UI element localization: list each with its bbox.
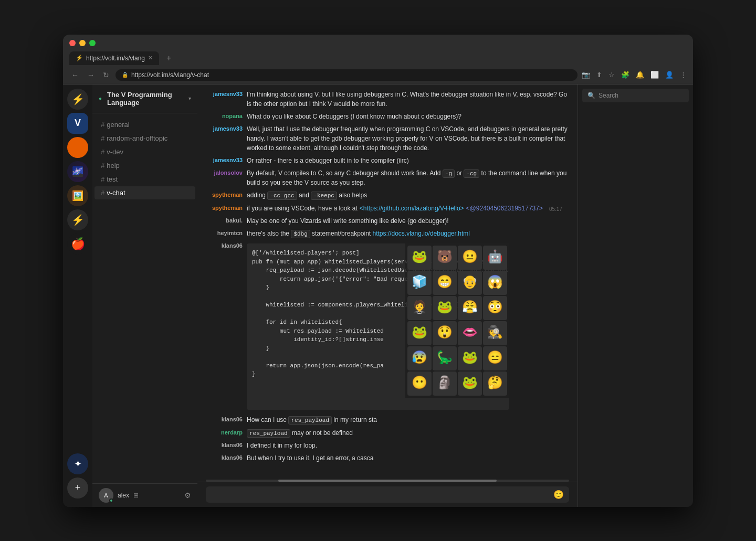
camera-off-icon: 📷 [582, 71, 590, 79]
tab-favicon: ⚡ [76, 55, 83, 61]
emoji-item[interactable]: 🐸 [407, 246, 432, 270]
emoji-item[interactable]: 🐸 [458, 346, 482, 370]
emoji-item[interactable]: 🐸 [407, 321, 432, 345]
message-input[interactable] [211, 491, 549, 498]
apple-server-icon[interactable]: 🍎 [67, 234, 88, 254]
share-icon[interactable]: ⬆ [596, 71, 602, 79]
address-bar[interactable]: 🔒 https://volt.im/s/vlang/v-chat [116, 69, 578, 81]
emoji-item[interactable]: 😱 [483, 271, 507, 295]
emoji-item[interactable]: 😶 [407, 372, 432, 396]
channel-name: v-dev [107, 148, 123, 156]
menu-icon[interactable]: ⋮ [680, 71, 687, 79]
channel-list: #general #random-and-offtopic #v-dev #he… [92, 113, 197, 483]
emoji-item[interactable]: 😲 [433, 321, 457, 345]
table-row: nopana What do you like about C debugger… [206, 111, 569, 122]
sidebar-bottom-icons: ✦ + [67, 453, 88, 503]
app-layout: ⚡ V 🌌 🖼️ ⚡ 🍎 [63, 84, 693, 507]
message-mention[interactable]: <@924045062319517737> [466, 204, 543, 213]
channel-sidebar: ● The V Programming Language ▾ #general … [92, 84, 197, 507]
minimize-button[interactable] [79, 40, 86, 46]
refresh-button[interactable]: ↻ [101, 70, 111, 80]
message-author: nopana [206, 112, 243, 121]
emoji-item[interactable]: 🐻 [433, 246, 457, 270]
search-box[interactable]: 🔍 Search [582, 89, 689, 102]
channel-item-help[interactable]: #help [94, 159, 195, 172]
tab-label: https://volt.im/s/vlang [86, 55, 145, 62]
emoji-item[interactable]: 😐 [458, 246, 482, 270]
server-header[interactable]: ● The V Programming Language ▾ [92, 84, 197, 113]
message-content: Or rather - there is a debugger built in… [247, 156, 569, 165]
extensions-icon[interactable]: 🧩 [621, 71, 629, 79]
message-text: if you are using VSCode, have a look at [247, 204, 358, 213]
active-tab[interactable]: ⚡ https://volt.im/s/vlang ✕ [69, 51, 159, 65]
table-row: jamesnv33 I'm thinking about using V, bu… [206, 89, 569, 110]
message-content: Well, just that I use the debugger frequ… [247, 124, 569, 153]
sidebar-toggle-icon[interactable]: ⬜ [650, 71, 659, 79]
v-lang-server-icon[interactable]: V [67, 113, 88, 134]
back-button[interactable]: ← [69, 70, 81, 80]
message-author: heyimtcn [206, 229, 243, 239]
channel-item-random[interactable]: #random-and-offtopic [94, 132, 195, 145]
emoji-picker-button[interactable]: 🙂 [553, 490, 564, 500]
channel-name: general [107, 121, 129, 129]
emoji-item[interactable]: 😤 [458, 296, 482, 320]
add-server-button[interactable]: + [67, 478, 88, 498]
table-row: nerdarp res_payload may or not be define… [206, 427, 569, 439]
bookmark-icon[interactable]: ☆ [608, 71, 615, 79]
channel-item-general[interactable]: #general [94, 118, 195, 131]
browser-window: ⚡ https://volt.im/s/vlang ✕ + ← → ↻ 🔒 ht… [63, 35, 693, 507]
starred-button[interactable]: ✦ [67, 453, 88, 474]
emoji-item[interactable]: 🐸 [433, 296, 457, 320]
emoji-item[interactable]: 🤖 [483, 246, 507, 270]
emoji-item[interactable]: 😰 [407, 346, 432, 370]
maximize-button[interactable] [89, 40, 96, 46]
forward-button[interactable]: → [85, 70, 97, 80]
apple-icon: 🍎 [71, 237, 85, 251]
username-label: alex [118, 492, 129, 499]
emoji-item[interactable]: 😑 [483, 346, 507, 370]
settings-gear-icon[interactable]: ⚙ [184, 491, 191, 500]
plus-icon: + [75, 482, 81, 493]
server-name: The V Programming Language [107, 91, 185, 107]
emoji-item[interactable]: 🦕 [433, 346, 457, 370]
new-tab-button[interactable]: + [162, 50, 175, 66]
channel-item-vchat[interactable]: #v-chat [94, 186, 195, 199]
emoji-item[interactable]: 🕵️ [483, 321, 507, 345]
close-button[interactable] [69, 40, 76, 46]
channel-name: random-and-offtopic [107, 134, 167, 142]
search-placeholder: Search [598, 92, 618, 99]
emoji-item[interactable]: 🧊 [407, 271, 432, 295]
dark-server-icon[interactable]: 🌌 [67, 161, 88, 182]
code-inline: res_payload [288, 416, 332, 425]
user-tag-icon: ⊞ [133, 492, 139, 499]
channel-prefix: # [101, 189, 104, 197]
emoji-item[interactable]: 🐸 [458, 372, 482, 396]
emoji-item[interactable]: 😁 [433, 271, 457, 295]
bell-icon[interactable]: 🔔 [636, 71, 644, 79]
emoji-item[interactable]: 😳 [483, 296, 507, 320]
message-author: spytheman [206, 190, 243, 200]
message-content: adding -cc gcc and -keepc also helps [247, 190, 569, 200]
orange-server-icon[interactable] [67, 137, 88, 158]
message-author: klans06 [206, 241, 243, 412]
emoji-item[interactable]: 🤵 [407, 296, 432, 320]
scroll-thumb[interactable] [278, 480, 496, 482]
emoji-item[interactable]: 👄 [458, 321, 482, 345]
channel-item-vdev[interactable]: #v-dev [94, 145, 195, 158]
emoji-item[interactable]: 🗿 [433, 372, 457, 396]
table-row: klans06 But when I try to use it, I get … [206, 452, 569, 464]
emoji-item[interactable]: 👴 [458, 271, 482, 295]
server-thumbnail: 🌌 [72, 166, 83, 177]
profile-icon[interactable]: 👤 [665, 71, 674, 79]
message-link[interactable]: <https://github.com/lazalong/V-Hello> [360, 204, 464, 213]
channel-item-test[interactable]: #test [94, 173, 195, 186]
channel-prefix: # [101, 148, 104, 156]
home-server-icon[interactable]: ⚡ [67, 89, 88, 110]
debugger-link[interactable]: https://docs.vlang.io/debugger.html [372, 230, 469, 237]
code-inline: res_payload [247, 429, 290, 438]
tab-close-button[interactable]: ✕ [148, 55, 153, 61]
emoji-picker-overlay[interactable]: 🐸 🐻 😐 🤖 🧊 😁 👴 😱 🤵 🐸 😤 [405, 243, 509, 398]
portrait-server-icon[interactable]: 🖼️ [67, 185, 88, 206]
second-bolt-server-icon[interactable]: ⚡ [67, 209, 88, 230]
emoji-item[interactable]: 🤔 [483, 372, 507, 396]
